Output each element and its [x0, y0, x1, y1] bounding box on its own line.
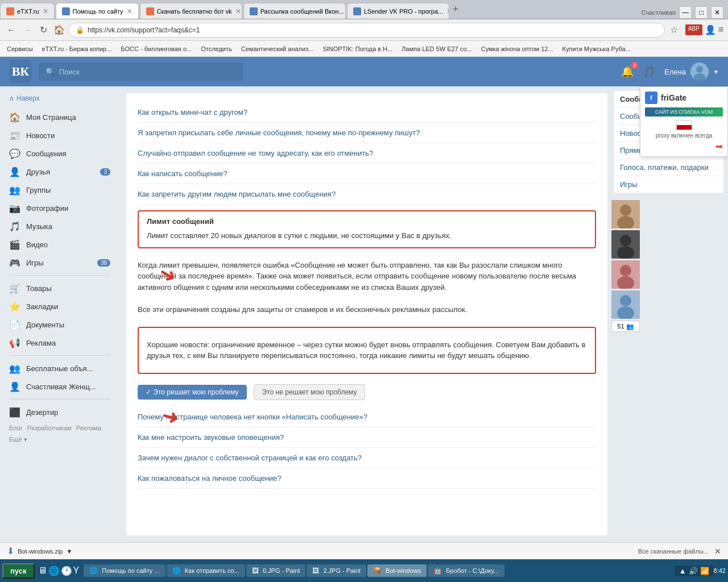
bookmark-etxt[interactable]: eTXT.ru - Биржа копир...	[40, 44, 114, 53]
tab-close-icon[interactable]: ✕	[235, 7, 241, 15]
home-button[interactable]: 🏠	[52, 23, 66, 37]
notifications-button[interactable]: 🔔 2	[621, 65, 634, 78]
sidebar-item-besplatnye[interactable]: 👥 Бесплатные объя...	[0, 359, 119, 377]
tab-favicon	[146, 7, 154, 15]
faq-item-zhaloba[interactable]: Как пожаловаться на личное сообщение?	[138, 468, 596, 489]
profile-icon[interactable]: 👤	[705, 24, 716, 35]
tab-close-icon[interactable]: ✕	[127, 7, 133, 15]
sidebar-item-photos[interactable]: 📷 Фотографии	[0, 199, 119, 217]
svg-point-7	[620, 235, 631, 246]
svg-point-1	[696, 66, 703, 73]
download-dropdown-icon[interactable]: ▼	[66, 548, 72, 555]
bookmark-lampa[interactable]: Лампа LED 5W E27 со...	[399, 44, 474, 53]
bookmark-star-button[interactable]: ☆	[667, 23, 681, 37]
maximize-btn[interactable]: □	[695, 6, 708, 19]
side-avatar-2[interactable]	[611, 230, 640, 259]
sidebar-item-dezertir[interactable]: ⬛ Дезертир	[0, 403, 119, 421]
tab-pomosch[interactable]: Помощь по сайту ✕	[56, 3, 139, 19]
side-avatar-1[interactable]	[611, 200, 640, 228]
user-menu[interactable]: Елена ▼	[664, 63, 719, 81]
address-bar[interactable]: 🔒 https://vk.com/support?act=faqs&c=1	[68, 23, 665, 38]
back-to-top[interactable]: ∧ Наверх	[0, 91, 119, 106]
good-news-text: Хорошие новости: ограничение временное –…	[147, 334, 587, 367]
right-menu-games[interactable]: Игры	[614, 176, 723, 193]
bookmark-semantika[interactable]: Семантический анализ...	[239, 44, 316, 53]
taskbar-item-paint2[interactable]: 🖼 2.JPG - Paint	[307, 564, 366, 577]
sidebar-item-tovary[interactable]: 🛒 Товары	[0, 279, 119, 297]
vk-search-box[interactable]: 🔍	[39, 63, 243, 81]
taskbar-item-otpravit[interactable]: 🌐 Как отправить со...	[167, 564, 245, 577]
sidebar-item-video[interactable]: 🎬 Видео	[0, 235, 119, 253]
faq-item-pochemu[interactable]: Почему на странице человека нет кнопки «…	[138, 407, 596, 427]
footer-reklama[interactable]: Реклама	[76, 425, 101, 431]
taskbar-item-paint1[interactable]: 🖼 0.JPG - Paint	[246, 564, 305, 577]
faq-item-dialog[interactable]: Зачем нужен диалог с собственной страниц…	[138, 448, 596, 468]
solve-button[interactable]: ✓ Это решает мою проблему	[138, 385, 247, 400]
reload-button[interactable]: ↻	[36, 23, 50, 37]
dezertir-icon: ⬛	[9, 406, 20, 418]
sidebar-item-groups[interactable]: 👥 Группы	[0, 181, 119, 199]
download-filename: Bot-windows.zip	[18, 548, 63, 555]
tab-bot[interactable]: Скачать бесплатно бот vk ✕	[140, 3, 242, 19]
sidebar-item-my-page[interactable]: 🏠 Моя Страница	[0, 108, 119, 126]
search-input[interactable]	[59, 68, 237, 76]
sidebar-item-bookmarks[interactable]: ⭐ Закладки	[0, 297, 119, 315]
footer-more[interactable]: Ещё ▾	[9, 436, 27, 443]
frigate-logo-icon: f	[645, 92, 657, 104]
tab-lsender[interactable]: LSender VK PRO - програ... ✕	[347, 3, 449, 19]
taskbar-item-bot[interactable]: 📦 Bot-windows	[367, 564, 427, 577]
tab-close-icon[interactable]: ✕	[43, 7, 48, 15]
menu-icon[interactable]: ≡	[718, 24, 723, 35]
side-avatar-3[interactable]	[611, 260, 640, 289]
faq-item-zapretil[interactable]: Я запретил присылать себе личные сообщен…	[138, 123, 596, 143]
new-tab-button[interactable]: +	[453, 3, 459, 15]
sidebar-item-music[interactable]: 🎵 Музыка	[0, 217, 119, 235]
vk-logo[interactable]: ВК	[9, 60, 32, 83]
close-btn[interactable]: ✕	[711, 6, 723, 19]
bookmark-sumka[interactable]: Сумка жіноча оптом 12...	[479, 44, 556, 53]
minimize-btn[interactable]: —	[679, 6, 692, 19]
not-solve-button[interactable]: Это не решает мою проблему	[254, 384, 366, 400]
tab-close-icon[interactable]: ✕	[446, 7, 449, 15]
avatar[interactable]	[690, 63, 709, 81]
sidebar-item-messages[interactable]: 💬 Сообщения	[0, 144, 119, 163]
taskbar-item-chrome[interactable]: 🌐 Помощь по сайту ...	[84, 564, 165, 577]
right-menu-voice[interactable]: Голоса, платежи, подарки	[614, 159, 723, 176]
music-button[interactable]: 🎵	[643, 65, 655, 78]
sidebar-label-my-page: Моя Страница	[26, 113, 110, 122]
side-avatar-4[interactable]	[611, 290, 640, 319]
tab-rassylka[interactable]: Рассылка сообщений Вкон... ✕	[243, 3, 346, 19]
sidebar-item-games[interactable]: 🎮 Игры 38	[0, 253, 119, 272]
sidebar-item-schast[interactable]: 👤 Счастливая Женщ...	[0, 377, 119, 396]
taskbar-item-brobot[interactable]: 🤖 Бробот - С:\Доку...	[428, 564, 504, 577]
bookmark-servisy[interactable]: Сервисы	[5, 44, 35, 53]
adblock-icon[interactable]: ABP	[685, 24, 702, 35]
footer-dev[interactable]: Разработчикам	[27, 425, 72, 431]
sidebar-item-docs[interactable]: 📄 Документы	[0, 315, 119, 334]
sidebar-item-ads[interactable]: 📢 Реклама	[0, 334, 119, 352]
footer-blog[interactable]: Блог	[9, 425, 23, 431]
download-all-files[interactable]: Все скачанные файлы...	[638, 548, 709, 555]
download-close-icon[interactable]: ✕	[714, 547, 721, 556]
faq-item-kak-napisat[interactable]: Как написать сообщение?	[138, 164, 596, 184]
tab-etxt[interactable]: eTXT.ru ✕	[0, 3, 55, 19]
faq-item-zvuk[interactable]: Как мне настроить звуковые оповещения?	[138, 427, 596, 448]
tab-label: Скачать бесплатно бот vk	[157, 8, 232, 15]
games-icon: 🎮	[9, 257, 20, 268]
sidebar-item-news[interactable]: 📰 Новости	[0, 126, 119, 144]
sidebar-label-music: Музыка	[26, 222, 110, 231]
forward-button[interactable]: →	[20, 23, 34, 37]
faq-item-sluchajno[interactable]: Случайно отправил сообщение не тому адре…	[138, 143, 596, 164]
start-button[interactable]: пуск	[2, 563, 35, 579]
docs-icon: 📄	[9, 319, 20, 330]
ssl-lock-icon: 🔒	[76, 26, 84, 34]
faq-item-mini-chat[interactable]: Как открыть мини-чат с другом?	[138, 102, 596, 123]
taskbar-item-pomosch-label: Помощь по сайту ...	[102, 567, 159, 574]
back-button[interactable]: ←	[5, 23, 18, 37]
faq-item-zapretit[interactable]: Как запретить другим людям присылать мне…	[138, 184, 596, 205]
sidebar-item-friends[interactable]: 👤 Друзья 3	[0, 163, 119, 181]
bookmark-boss[interactable]: БОСС - биллинговая о...	[118, 44, 194, 53]
bookmark-sinoptik[interactable]: SINOPTIK: Погода в Н...	[320, 44, 395, 53]
bookmark-ruba[interactable]: Купити Мужська Руба...	[560, 44, 633, 53]
bookmark-otsledit[interactable]: Отследить	[198, 44, 234, 53]
